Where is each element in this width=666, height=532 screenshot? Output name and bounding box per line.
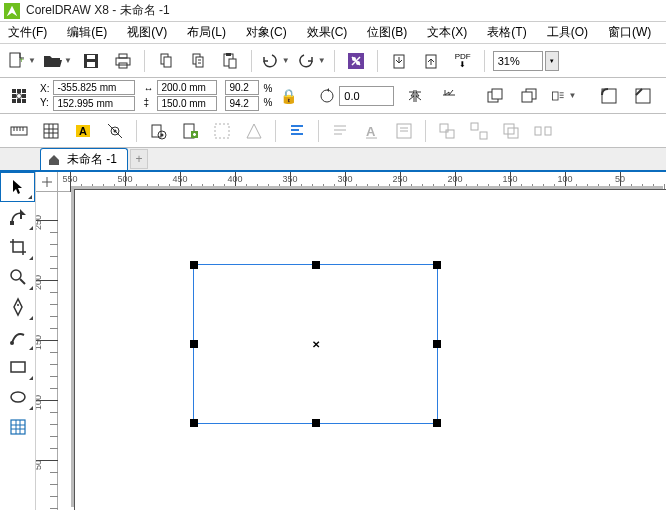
new-button[interactable]: +▼ [6, 48, 36, 74]
handle-tl[interactable] [190, 261, 198, 269]
new-page-button[interactable] [177, 118, 203, 144]
ruler-origin[interactable] [36, 172, 58, 192]
handle-ml[interactable] [190, 340, 198, 348]
rectangle-tool[interactable] [0, 352, 35, 382]
handle-tr[interactable] [433, 261, 441, 269]
shape-tool[interactable] [0, 202, 35, 232]
to-front-button[interactable] [482, 83, 508, 109]
x-position-field[interactable]: -355.825 mm [53, 80, 135, 95]
center-marker[interactable]: ✕ [312, 339, 320, 350]
tab-label: 未命名 -1 [67, 151, 117, 168]
y-position-field[interactable]: 152.995 mm [53, 96, 135, 111]
grid-button[interactable] [38, 118, 64, 144]
tab-document-1[interactable]: 未命名 -1 [40, 148, 128, 170]
save-button[interactable] [78, 48, 104, 74]
handle-br[interactable] [433, 419, 441, 427]
zoom-dropdown-icon[interactable]: ▼ [545, 51, 559, 71]
text-highlight-button[interactable]: A [70, 118, 96, 144]
copy-button[interactable] [185, 48, 211, 74]
undo-button[interactable]: ▼ [260, 48, 290, 74]
menu-tools[interactable]: 工具(O) [543, 22, 592, 43]
scale-x-field[interactable]: 90.2 [225, 80, 259, 95]
handle-tm[interactable] [312, 261, 320, 269]
menu-layout[interactable]: 布局(L) [183, 22, 230, 43]
publish-pdf-button[interactable]: PDF⬇ [450, 48, 476, 74]
drawing-canvas[interactable]: ✕ [58, 192, 666, 510]
corner-round-button[interactable] [596, 83, 622, 109]
ruler-units-button[interactable] [6, 118, 32, 144]
search-button[interactable] [343, 48, 369, 74]
svg-rect-15 [226, 53, 231, 56]
export-button[interactable] [418, 48, 444, 74]
text-wrap-button[interactable] [391, 118, 417, 144]
open-button[interactable]: ▼ [42, 48, 72, 74]
width-icon: ↔ [143, 82, 153, 96]
height-field[interactable]: 150.0 mm [157, 96, 217, 111]
menu-effect[interactable]: 效果(C) [303, 22, 352, 43]
lock-ratio-button[interactable]: 🔒 [280, 88, 297, 104]
view-toggle-button[interactable] [102, 118, 128, 144]
import-button[interactable] [386, 48, 412, 74]
svg-point-86 [11, 270, 21, 280]
svg-rect-11 [196, 57, 203, 67]
align-guides-button[interactable] [241, 118, 267, 144]
align-left-button[interactable] [284, 118, 310, 144]
handle-mr[interactable] [433, 340, 441, 348]
document-tabs: 未命名 -1 + [0, 148, 666, 172]
break-apart-button[interactable] [530, 118, 556, 144]
scale-y-field[interactable]: 94.2 [225, 96, 259, 111]
crop-tool[interactable] [0, 232, 35, 262]
svg-rect-28 [12, 99, 16, 103]
zoom-tool[interactable] [0, 262, 35, 292]
paragraph-button[interactable] [327, 118, 353, 144]
handle-bm[interactable] [312, 419, 320, 427]
new-tab-button[interactable]: + [130, 149, 148, 169]
height-icon: ‡ [143, 96, 153, 110]
table-tool[interactable] [0, 412, 35, 442]
window-title: CorelDRAW X8 - 未命名 -1 [26, 2, 170, 19]
artistic-media-tool[interactable] [0, 322, 35, 352]
zoom-combo[interactable]: 31% ▼ [493, 51, 559, 71]
mirror-v-button[interactable] [436, 83, 462, 109]
print-button[interactable] [110, 48, 136, 74]
svg-rect-29 [17, 99, 21, 103]
pick-tool[interactable] [0, 172, 35, 202]
origin-grid-button[interactable] [6, 83, 32, 109]
to-back-button[interactable] [516, 83, 542, 109]
svg-point-89 [10, 341, 14, 345]
cut-button[interactable] [153, 48, 179, 74]
menu-window[interactable]: 窗口(W) [604, 22, 655, 43]
menu-view[interactable]: 视图(V) [123, 22, 171, 43]
char-format-button[interactable]: A [359, 118, 385, 144]
paste-button[interactable] [217, 48, 243, 74]
zoom-value: 31% [498, 55, 520, 67]
svg-rect-48 [44, 124, 58, 138]
combine-button[interactable] [498, 118, 524, 144]
redo-button[interactable]: ▼ [296, 48, 326, 74]
menu-object[interactable]: 对象(C) [242, 22, 291, 43]
menu-table[interactable]: 表格(T) [483, 22, 530, 43]
options-button[interactable] [145, 118, 171, 144]
group-button[interactable] [434, 118, 460, 144]
freehand-tool[interactable] [0, 292, 35, 322]
position-group: X:Y: -355.825 mm 152.995 mm [40, 80, 135, 111]
menu-file[interactable]: 文件(F) [4, 22, 51, 43]
svg-rect-81 [504, 124, 514, 134]
ellipse-tool[interactable] [0, 382, 35, 412]
wrap-text-button[interactable]: ▼ [550, 83, 576, 109]
width-field[interactable]: 200.0 mm [157, 80, 217, 95]
corner-scallop-button[interactable] [630, 83, 656, 109]
ungroup-button[interactable] [466, 118, 492, 144]
menu-text[interactable]: 文本(X) [423, 22, 471, 43]
dynamic-guides-button[interactable] [209, 118, 235, 144]
mirror-h-button[interactable] [402, 83, 428, 109]
ruler-vertical[interactable]: 25020015010050 [36, 192, 58, 510]
canvas-area: 55050045040035030025020015010050 2502001… [36, 172, 666, 510]
svg-rect-23 [17, 89, 21, 93]
svg-rect-82 [508, 128, 518, 138]
rotation-field[interactable]: 0.0 [339, 86, 394, 106]
menu-edit[interactable]: 编辑(E) [63, 22, 111, 43]
selected-rectangle[interactable]: ✕ [193, 264, 438, 424]
handle-bl[interactable] [190, 419, 198, 427]
menu-bitmap[interactable]: 位图(B) [363, 22, 411, 43]
